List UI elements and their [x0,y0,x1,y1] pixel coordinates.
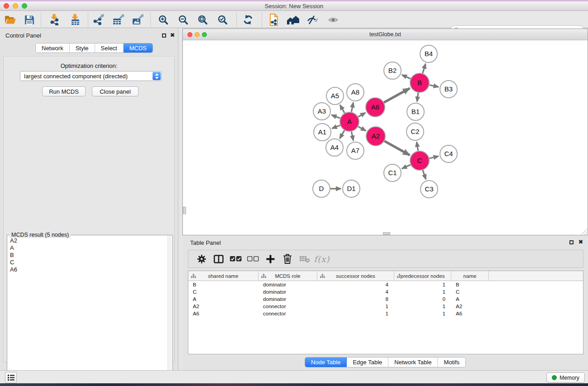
graph-edge-A2-C[interactable] [384,141,410,155]
graph-node-A3[interactable]: A3 [313,103,330,120]
tab-style[interactable]: Style [70,43,95,52]
tab-network[interactable]: Network [36,43,70,52]
graph-node-A1[interactable]: A1 [314,124,331,141]
graph-edge-A-A7[interactable] [351,132,353,141]
graph-edge-A-A6[interactable] [358,113,365,117]
column-header-predecessor-nodes[interactable]: predecessor nodes [394,271,451,281]
import-network-icon[interactable] [47,13,62,26]
table-cell[interactable]: A6 [451,311,489,316]
graph-edge-C-C4[interactable] [429,156,438,158]
export-network-icon[interactable] [91,13,106,26]
table-cell[interactable]: A [188,296,258,302]
node-table[interactable]: shared nameMCDS rolesuccessor nodesprede… [188,271,583,354]
zoom-fit-icon[interactable] [195,13,210,26]
export-image-icon[interactable] [130,13,145,26]
table-cell[interactable]: dominator [258,282,317,287]
table-row[interactable]: Cdominator41C [188,288,583,295]
graph-edge-A-A8[interactable] [351,103,353,112]
graph-edge-A-A4[interactable] [340,130,344,138]
gear-icon[interactable] [193,254,210,264]
float-table-panel-icon[interactable] [568,239,574,245]
table-cell[interactable]: connector [258,304,317,309]
tab-mcds[interactable]: MCDS [124,43,153,52]
graph-edge-A-A2[interactable] [358,127,366,131]
table-row[interactable]: A2connector11A2 [188,303,583,310]
graph-node-A2[interactable]: A2 [366,127,385,146]
table-row[interactable]: A6connector11A6 [188,310,583,317]
table-cell[interactable]: 8 [317,296,394,302]
graph-node-D[interactable]: D [313,180,330,197]
canvas-vertical-scrollbar[interactable] [183,207,186,214]
table-cell[interactable]: B [188,282,258,287]
tab-select[interactable]: Select [95,43,124,52]
memory-button[interactable]: Memory [546,372,585,383]
graph-edge-A-A1[interactable] [332,125,340,129]
show-details-eye-icon[interactable] [325,13,341,26]
graph-edge-C-C1[interactable] [402,165,411,169]
save-icon[interactable] [22,13,37,26]
graph-node-A6[interactable]: A6 [366,98,385,117]
tab-edge-table[interactable]: Edge Table [347,357,388,367]
import-table-icon[interactable] [67,13,83,26]
open-folder-icon[interactable] [3,13,18,26]
table-row[interactable]: Adominator80A [188,295,583,303]
table-cell[interactable]: A2 [451,304,489,309]
graph-node-C3[interactable]: C3 [421,181,438,198]
select-all-checkboxes-icon[interactable] [227,256,244,262]
table-cell[interactable]: B [451,282,489,287]
table-cell[interactable]: C [451,289,489,295]
home-icon[interactable] [286,13,301,26]
close-panel-button[interactable]: Close panel [92,86,139,96]
graph-node-B4[interactable]: B4 [420,45,437,62]
graph-node-C1[interactable]: C1 [384,164,401,181]
result-item[interactable]: A6 [8,266,167,273]
graph-edge-A6-B[interactable] [384,88,410,102]
table-row[interactable]: Bdominator41B [188,281,583,288]
table-cell[interactable]: C [188,289,258,295]
column-header-shared-name[interactable]: shared name [188,271,258,281]
zoom-selected-icon[interactable] [215,13,230,26]
table-cell[interactable]: 1 [394,304,451,309]
graph-edge-B-B3[interactable] [429,85,438,87]
hide-details-eye-icon[interactable] [305,13,320,26]
graph-edge-A-A5[interactable] [340,105,344,113]
graph-node-A5[interactable]: A5 [326,87,344,105]
graph-edge-C-C3[interactable] [423,170,426,179]
network-document-icon[interactable] [266,13,282,26]
table-cell[interactable]: 0 [394,296,451,302]
graph-node-B3[interactable]: B3 [440,81,457,98]
table-cell[interactable]: dominator [258,289,317,295]
table-cell[interactable]: 4 [317,289,394,295]
graph-node-A7[interactable]: A7 [347,142,364,159]
graph-edge-B-B1[interactable] [417,93,418,101]
graph-edge-B-B2[interactable] [402,75,411,79]
network-window-titlebar[interactable]: testGlobe.txt [183,29,588,40]
trash-icon[interactable] [279,254,296,264]
table-cell[interactable]: 4 [317,282,394,287]
result-scrollbar[interactable] [167,236,172,386]
run-mcds-button[interactable]: Run MCDS [42,86,86,96]
graph-node-C4[interactable]: C4 [440,145,457,162]
graph-node-A4[interactable]: A4 [326,139,343,156]
mcds-result-list[interactable]: A2ABCA6 [8,237,167,386]
network-graph[interactable]: AA1A2A3A4A5A6A7A8BB1B2B3B4CC1C2C3C4DD1 [183,40,588,235]
graph-node-A[interactable]: A [340,112,359,131]
table-cell[interactable]: 1 [317,311,394,316]
close-table-panel-icon[interactable]: ✖ [578,239,584,245]
result-item[interactable]: A [8,244,167,252]
graph-edge-A-A3[interactable] [332,115,340,118]
table-cell[interactable]: A2 [188,304,258,309]
network-canvas[interactable]: AA1A2A3A4A5A6A7A8BB1B2B3B4CC1C2C3C4DD1 [183,40,588,235]
graph-edge-B-B4[interactable] [423,64,426,73]
close-panel-icon[interactable]: ✖ [169,32,176,38]
column-header-name[interactable]: name [451,271,489,281]
float-panel-icon[interactable] [161,32,167,38]
split-columns-icon[interactable] [210,255,227,263]
graph-node-B2[interactable]: B2 [384,62,401,79]
table-cell[interactable]: A [451,296,489,302]
table-cell[interactable]: A6 [188,311,258,316]
graph-node-B1[interactable]: B1 [407,103,424,120]
graph-node-A8[interactable]: A8 [347,84,364,101]
refresh-icon[interactable] [240,13,256,26]
table-cell[interactable]: 1 [317,304,394,309]
